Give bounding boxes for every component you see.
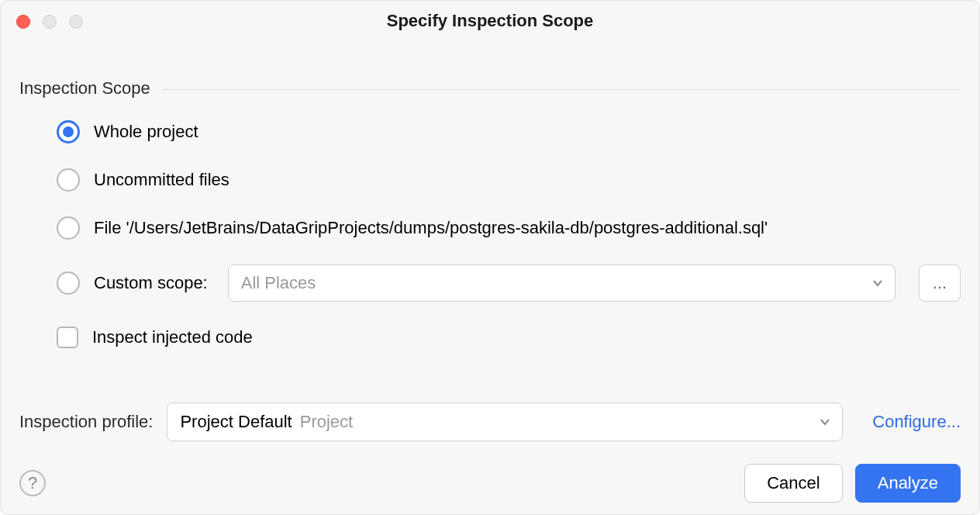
inspection-profile-row: Inspection profile: Project Default Proj… bbox=[19, 403, 961, 441]
window-controls bbox=[16, 15, 83, 29]
radio-whole-project[interactable] bbox=[57, 120, 80, 143]
inspection-profile-value: Project Default bbox=[180, 412, 292, 432]
dialog-content: Inspection Scope Whole project Uncommitt… bbox=[1, 41, 979, 441]
help-button[interactable]: ? bbox=[19, 470, 46, 496]
option-inspect-injected[interactable]: Inspect injected code bbox=[57, 327, 961, 348]
chevron-down-icon bbox=[819, 416, 831, 428]
scope-options: Whole project Uncommitted files File '/U… bbox=[19, 99, 961, 348]
chevron-down-icon bbox=[871, 277, 884, 289]
option-whole-project[interactable]: Whole project bbox=[57, 120, 961, 143]
option-custom-scope[interactable]: Custom scope: All Places ... bbox=[57, 264, 961, 302]
analyze-button-label: Analyze bbox=[878, 473, 938, 493]
label-whole-project: Whole project bbox=[94, 122, 198, 142]
dialog-window: Specify Inspection Scope Inspection Scop… bbox=[0, 0, 980, 515]
label-inspect-injected: Inspect injected code bbox=[92, 327, 253, 347]
minimize-window-button[interactable] bbox=[43, 15, 57, 29]
inspection-scope-group-label: Inspection Scope bbox=[19, 78, 163, 99]
label-uncommitted-files: Uncommitted files bbox=[94, 170, 229, 190]
cancel-button[interactable]: Cancel bbox=[744, 464, 842, 503]
custom-scope-browse-button[interactable]: ... bbox=[919, 264, 961, 302]
ellipsis-icon: ... bbox=[933, 273, 947, 293]
close-window-button[interactable] bbox=[16, 15, 30, 29]
configure-link[interactable]: Configure... bbox=[872, 412, 961, 432]
custom-scope-value: All Places bbox=[241, 273, 316, 293]
radio-file[interactable] bbox=[57, 216, 80, 240]
inspection-profile-dropdown[interactable]: Project Default Project bbox=[167, 403, 843, 441]
analyze-button[interactable]: Analyze bbox=[855, 464, 961, 503]
radio-uncommitted-files[interactable] bbox=[57, 168, 80, 192]
option-file[interactable]: File '/Users/JetBrains/DataGripProjects/… bbox=[57, 216, 961, 240]
checkbox-inspect-injected[interactable] bbox=[57, 327, 78, 348]
custom-scope-dropdown[interactable]: All Places bbox=[228, 264, 895, 302]
option-uncommitted-files[interactable]: Uncommitted files bbox=[57, 168, 961, 192]
inspection-scope-group: Inspection Scope Whole project Uncommitt… bbox=[19, 78, 961, 348]
inspection-profile-source: Project bbox=[300, 412, 353, 432]
label-custom-scope: Custom scope: bbox=[94, 273, 208, 293]
cancel-button-label: Cancel bbox=[767, 473, 820, 493]
radio-custom-scope[interactable] bbox=[57, 271, 80, 295]
maximize-window-button[interactable] bbox=[69, 15, 83, 29]
dialog-title: Specify Inspection Scope bbox=[387, 11, 594, 31]
dialog-footer: ? Cancel Analyze bbox=[1, 452, 979, 514]
help-icon: ? bbox=[28, 473, 37, 493]
inspection-profile-label: Inspection profile: bbox=[19, 412, 153, 432]
label-file: File '/Users/JetBrains/DataGripProjects/… bbox=[94, 218, 768, 238]
title-bar: Specify Inspection Scope bbox=[1, 1, 979, 41]
